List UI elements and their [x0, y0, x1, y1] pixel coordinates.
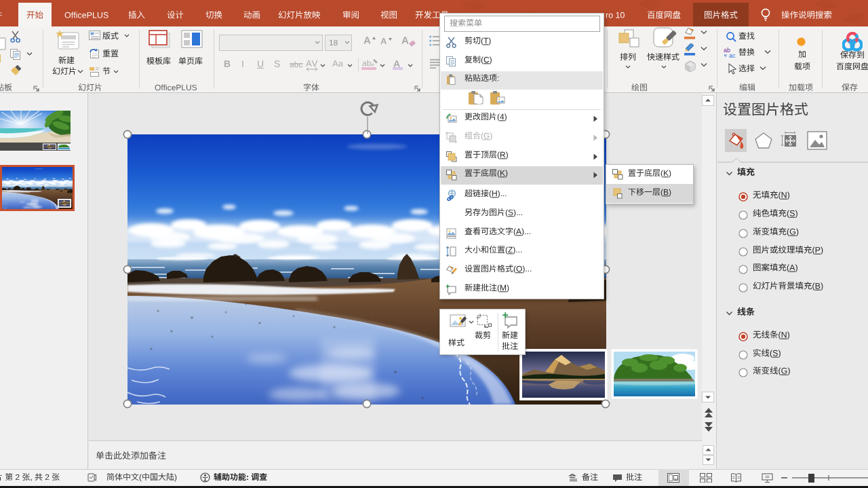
svg-text:ac: ac — [729, 52, 736, 59]
